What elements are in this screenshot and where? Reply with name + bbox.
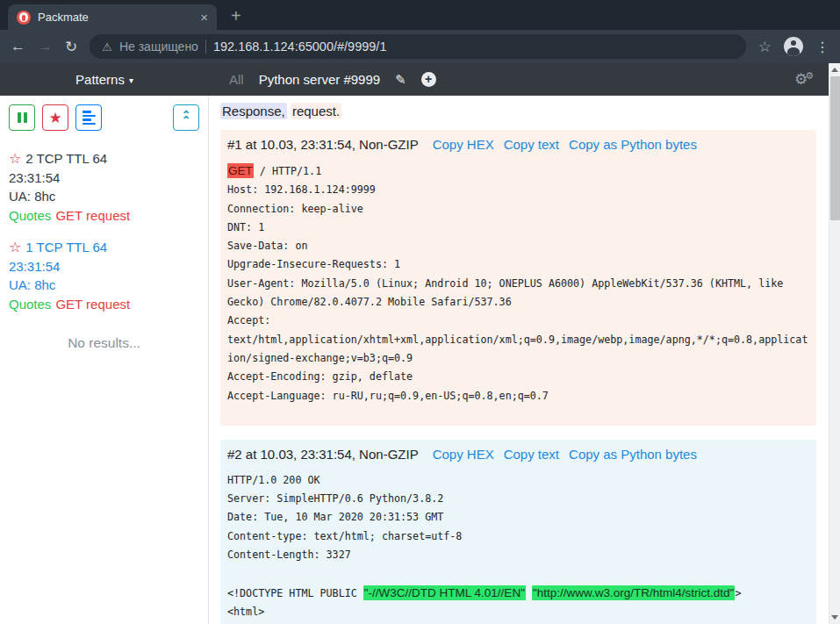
stream-list: ☆2 TCP TTL 6423:31:54UA: 8hcQuotesGET re… <box>9 149 199 313</box>
reload-icon[interactable]: ↻ <box>65 38 77 56</box>
forward-icon[interactable]: → <box>38 38 53 55</box>
pattern-label: GET request <box>55 208 130 223</box>
tab-close-icon[interactable]: × <box>200 10 208 25</box>
address-separator <box>205 39 206 54</box>
favorites-filter-button[interactable]: ★ <box>42 104 68 131</box>
add-plus-icon[interactable]: + <box>421 72 436 87</box>
payload-line: Server: SimpleHTTP/0.6 Python/3.8.2 <box>227 490 809 508</box>
tab-all-streams[interactable]: All <box>229 72 244 87</box>
matched-pattern-chip: request. <box>291 103 341 119</box>
favorite-star-icon[interactable]: ☆ <box>9 151 21 166</box>
payload-line: DNT: 1 <box>227 219 809 237</box>
matched-patterns: Response, request. <box>220 104 816 118</box>
packet-meta-label: #2 at 10.03, 23:31:54, Non-GZIP <box>227 447 419 462</box>
browser-menu-icon[interactable]: ⋮ <box>815 39 829 55</box>
list-icon <box>83 111 96 125</box>
payload-line: <!DOCTYPE HTML PUBLIC "-//W3C//DTD HTML … <box>227 584 809 603</box>
collapse-button[interactable]: ⌃⌃ <box>173 104 199 131</box>
pattern-label: Quotes <box>9 297 51 312</box>
packet-card-request: #1 at 10.03, 23:31:54, Non-GZIPCopy HEXC… <box>220 130 816 426</box>
packet-list: #1 at 10.03, 23:31:54, Non-GZIPCopy HEXC… <box>220 130 816 624</box>
address-bar[interactable]: ⚠ Не защищено 192.168.1.124:65000/#/9999… <box>90 34 746 59</box>
stream-time-label: 23:31:54 <box>9 257 199 276</box>
stream-time-label: 23:31:54 <box>9 169 199 188</box>
scroll-up-icon[interactable] <box>831 68 838 72</box>
payload-line: Save-Data: on <box>227 237 809 255</box>
payload-line: Accept: <box>227 312 809 330</box>
payload-line: Host: 192.168.1.124:9999 <box>227 181 809 199</box>
no-results-label: No results... <box>9 335 199 351</box>
packet-header: #1 at 10.03, 23:31:54, Non-GZIPCopy HEXC… <box>227 137 809 152</box>
stream-patterns: QuotesGET request <box>9 295 199 314</box>
pattern-highlight: "http://www.w3.org/TR/html4/strict.dtd" <box>532 585 735 600</box>
payload-line: Connection: keep-alive <box>227 200 809 219</box>
stream-list-item[interactable]: ☆2 TCP TTL 6423:31:54UA: 8hcQuotesGET re… <box>9 149 199 225</box>
settings-gear-icon[interactable]: ⚙⚙ <box>794 70 816 89</box>
copy-text-link[interactable]: Copy text <box>504 137 559 152</box>
app-header: Patterns▾ All Python server #9999 ✎ + ⚙⚙ <box>0 63 829 96</box>
list-view-button[interactable] <box>75 104 102 131</box>
stream-list-item[interactable]: ☆1 TCP TTL 6423:31:54UA: 8hcQuotesGET re… <box>9 238 199 313</box>
payload-line: text/html,application/xhtml+xml,applicat… <box>227 331 809 349</box>
payload-line: Upgrade-Insecure-Requests: 1 <box>227 255 809 274</box>
scrollbar-thumb[interactable] <box>830 76 840 220</box>
copy-as-python-bytes-link[interactable]: Copy as Python bytes <box>569 447 697 462</box>
stream-ua-label: UA: 8hc <box>9 187 199 206</box>
browser-tab[interactable]: Packmate × <box>8 4 217 30</box>
patterns-dropdown[interactable]: Patterns▾ <box>75 72 133 87</box>
payload-line: Accept-Language: ru-RU,ru;q=0.9,en-US;q=… <box>227 387 809 405</box>
url-text[interactable]: 192.168.1.124:65000/#/9999/1 <box>213 39 387 54</box>
page-scrollbar[interactable] <box>829 63 840 624</box>
browser-tab-strip: Packmate × + <box>0 0 840 30</box>
packmate-window: Packmate × + ← → ↻ ⚠ Не защищено 192.168… <box>0 0 840 624</box>
pause-capture-button[interactable] <box>9 104 35 131</box>
packet-payload: HTTP/1.0 200 OKServer: SimpleHTTP/0.6 Py… <box>227 471 809 621</box>
packet-card-response: #2 at 10.03, 23:31:54, Non-GZIPCopy HEXC… <box>220 440 816 624</box>
payload-line: User-Agent: Mozilla/5.0 (Linux; Android … <box>227 275 809 293</box>
pattern-label: Quotes <box>9 208 51 223</box>
packet-payload: GET / HTTP/1.1Host: 192.168.1.124:9999Co… <box>227 161 809 405</box>
payload-line: <html> <box>227 603 809 621</box>
payload-line <box>227 564 809 583</box>
profile-avatar[interactable] <box>784 37 803 56</box>
copy-hex-link[interactable]: Copy HEX <box>433 137 494 152</box>
copy-as-python-bytes-link[interactable]: Copy as Python bytes <box>569 137 697 152</box>
payload-line: ion/signed-exchange;v=b3;q=0.9 <box>227 349 809 368</box>
packet-meta-label: #1 at 10.03, 23:31:54, Non-GZIP <box>227 137 419 152</box>
bookmark-star-icon[interactable]: ☆ <box>758 38 772 56</box>
chevron-double-up-icon: ⌃⌃ <box>182 112 190 123</box>
payload-line: Accept-Encoding: gzip, deflate <box>227 368 809 386</box>
back-icon[interactable]: ← <box>11 38 25 55</box>
stream-ua-label: UA: 8hc <box>9 276 199 295</box>
copy-hex-link[interactable]: Copy HEX <box>433 447 494 462</box>
payload-line: Content-Length: 3327 <box>227 546 809 564</box>
payload-line: Gecko) Chrome/82.0.4077.2 Mobile Safari/… <box>227 293 809 312</box>
sidebar-toolbar: ★ ⌃⌃ <box>9 104 199 131</box>
packet-header: #2 at 10.03, 23:31:54, Non-GZIPCopy HEXC… <box>227 447 809 462</box>
stream-title: Python server #9999 <box>259 72 380 87</box>
tab-title: Packmate <box>38 11 193 24</box>
pause-icon <box>18 112 27 123</box>
stream-patterns: QuotesGET request <box>9 206 199 226</box>
payload-line: HTTP/1.0 200 OK <box>227 471 809 490</box>
favorite-star-icon[interactable]: ☆ <box>9 240 21 255</box>
scroll-down-icon[interactable] <box>831 615 838 620</box>
stream-detail: Response, request. #1 at 10.03, 23:31:54… <box>209 96 829 624</box>
packmate-favicon-icon <box>17 11 31 25</box>
star-icon: ★ <box>48 109 61 127</box>
payload-line: Date: Tue, 10 Mar 2020 20:31:53 GMT <box>227 508 809 527</box>
matched-pattern-chip: Response, <box>220 103 287 119</box>
pattern-highlight: GET <box>227 163 254 178</box>
edit-pencil-icon[interactable]: ✎ <box>395 72 406 88</box>
security-label: Не защищено <box>119 39 198 54</box>
not-secure-warning-icon[interactable]: ⚠ <box>102 40 112 54</box>
pattern-highlight: "-//W3C//DTD HTML 4.01//EN" <box>363 585 526 600</box>
copy-text-link[interactable]: Copy text <box>504 447 559 462</box>
new-tab-button[interactable]: + <box>231 6 241 26</box>
payload-line: GET / HTTP/1.1 <box>227 161 809 181</box>
browser-toolbar: ← → ↻ ⚠ Не защищено 192.168.1.124:65000/… <box>0 30 840 63</box>
pattern-label: GET request <box>55 297 130 312</box>
chevron-down-icon: ▾ <box>129 75 133 85</box>
stream-sidebar: ★ ⌃⌃ ☆2 TCP TTL 6423:31:54UA: 8hcQuotesG… <box>0 96 209 624</box>
stream-title-label: 2 TCP TTL 64 <box>25 151 107 166</box>
